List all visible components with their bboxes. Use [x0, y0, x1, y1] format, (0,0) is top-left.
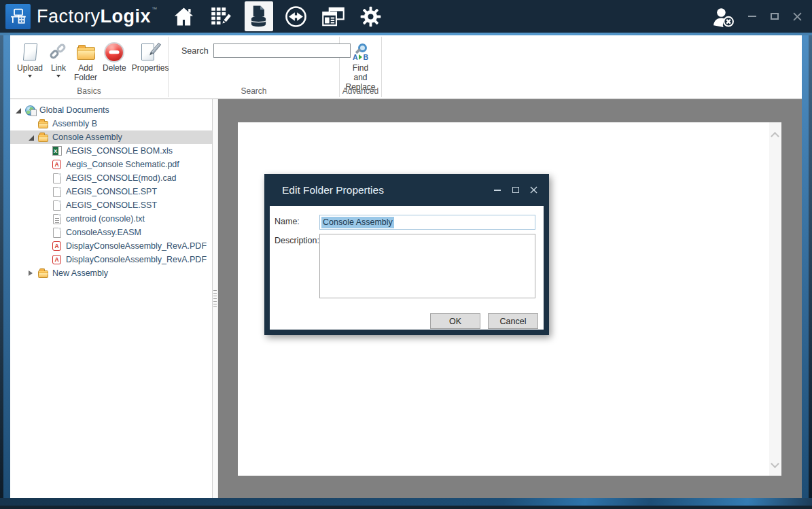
tree-item-file[interactable]: ConsoleAssy.EASM	[10, 226, 212, 239]
nav-planning-button[interactable]	[207, 0, 236, 33]
green-arrow-icon	[359, 54, 362, 60]
nav-production-button[interactable]	[282, 0, 311, 33]
description-field-label: Description:	[275, 236, 319, 245]
tree-item-label: Console Assembly	[52, 133, 122, 142]
add-folder-icon	[77, 47, 95, 60]
maximize-icon	[512, 187, 519, 193]
file-icon	[51, 173, 63, 184]
tree-item-label: Assembly B	[52, 119, 97, 128]
minimize-icon	[494, 190, 501, 191]
upload-button[interactable]: Upload	[14, 38, 46, 77]
tree-item-console-assembly[interactable]: Console Assembly	[10, 130, 212, 144]
search-label: Search	[181, 46, 209, 56]
expander-spacer	[40, 174, 48, 182]
dialog-maximize-button[interactable]	[511, 185, 520, 196]
documents-tree-panel: Global Documents Assembly B Console Asse…	[10, 99, 213, 498]
expander-spacer	[40, 242, 48, 250]
tree-item-file[interactable]: AEGIS_CONSOLE(mod).cad	[10, 171, 212, 185]
tree-item-global-documents[interactable]: Global Documents	[10, 103, 212, 117]
main-nav	[170, 0, 385, 33]
ok-button[interactable]: OK	[430, 313, 480, 329]
properties-button[interactable]: Properties	[129, 38, 172, 73]
scroll-up-icon[interactable]	[771, 132, 779, 141]
name-field-label: Name:	[275, 217, 300, 226]
add-folder-label: Add Folder	[74, 63, 97, 82]
collapse-expander-icon[interactable]	[27, 133, 35, 141]
expander-spacer	[40, 188, 48, 196]
tree-item-file[interactable]: centroid (console).txt	[10, 212, 212, 226]
file-icon	[51, 227, 63, 239]
brand-name: FactoryLogix™	[37, 6, 158, 27]
app-window: FactoryLogix™	[0, 0, 812, 509]
dialog-body: Name: Console Assembly Description: OK C…	[270, 206, 544, 330]
ribbon-group-basics: Upload Link Add Folder Delete	[10, 37, 169, 97]
folder-name-input[interactable]: Console Assembly	[319, 215, 535, 230]
folder-description-input[interactable]	[319, 234, 535, 298]
vertical-scrollbar[interactable]	[769, 122, 781, 476]
tree-item-file[interactable]: Aegis_Console Schematic.pdf	[10, 158, 212, 171]
nav-settings-button[interactable]	[357, 0, 385, 33]
search-input[interactable]	[213, 43, 351, 58]
brand-factory: Factory	[37, 6, 101, 27]
window-border-left	[0, 35, 10, 498]
tree-item-new-assembly[interactable]: New Assembly	[10, 266, 212, 280]
expander-spacer	[27, 120, 35, 128]
tree-item-file[interactable]: AEGIS_CONSOLE.SPT	[10, 185, 212, 198]
expander-spacer	[40, 147, 48, 155]
collapse-expander-icon[interactable]	[14, 106, 22, 114]
properties-label: Properties	[132, 63, 169, 73]
nav-home-button[interactable]	[170, 0, 198, 33]
minimize-button[interactable]	[747, 10, 758, 23]
expand-expander-icon[interactable]	[27, 269, 35, 277]
windows-icon	[322, 7, 345, 27]
folder-icon	[37, 132, 49, 143]
dialog-title: Edit Folder Properties	[282, 174, 384, 206]
expander-spacer	[40, 160, 48, 169]
tree-item-label: DisplayConsoleAssembly_RevA.PDF	[66, 255, 207, 264]
edit-folder-properties-dialog: Edit Folder Properties Name: Console Ass…	[264, 174, 549, 335]
home-icon	[173, 7, 194, 27]
maximize-button[interactable]	[769, 10, 780, 23]
expander-spacer	[40, 228, 48, 236]
circle-arrows-icon	[285, 5, 307, 28]
advanced-group-label: Advanced	[340, 86, 381, 96]
pdf-file-icon	[51, 254, 63, 266]
tree-item-label: AEGIS_CONSOLE.SST	[66, 200, 157, 210]
tree-item-assembly-b[interactable]: Assembly B	[10, 117, 212, 130]
tree-item-file[interactable]: AEGIS_CONSOLE BOM.xls	[10, 144, 212, 158]
delete-label: Delete	[103, 63, 126, 73]
tree-item-label: New Assembly	[52, 268, 108, 278]
gear-icon	[360, 6, 381, 27]
user-session-button[interactable]	[711, 10, 735, 23]
ribbon-group-search: Search Search	[169, 37, 340, 97]
delete-button[interactable]: Delete	[100, 38, 129, 73]
nav-documents-button[interactable]	[245, 1, 273, 31]
link-button[interactable]: Link	[46, 38, 71, 77]
tree-item-file[interactable]: AEGIS_CONSOLE.SST	[10, 198, 212, 212]
tree-item-file[interactable]: DisplayConsoleAssembly_RevA.PDF	[10, 239, 212, 253]
globe-icon	[24, 105, 36, 116]
expander-spacer	[40, 201, 48, 209]
dialog-minimize-button[interactable]	[493, 185, 501, 196]
scroll-down-icon[interactable]	[771, 459, 779, 468]
panel-splitter[interactable]	[213, 99, 218, 498]
find-replace-icon: AB	[353, 43, 368, 61]
folder-icon	[37, 118, 49, 130]
dialog-close-button[interactable]	[529, 185, 538, 196]
tree-item-label: AEGIS_CONSOLE BOM.xls	[66, 146, 173, 156]
cancel-button[interactable]: Cancel	[488, 313, 538, 329]
pdf-file-icon	[51, 159, 63, 171]
add-folder-button[interactable]: Add Folder	[71, 38, 100, 82]
search-group-label: Search	[169, 86, 339, 96]
text-file-icon	[51, 213, 63, 225]
file-icon	[51, 200, 63, 211]
properties-icon	[141, 43, 159, 61]
nav-reports-button[interactable]	[319, 0, 348, 33]
basics-group-label: Basics	[10, 86, 168, 96]
close-button[interactable]	[792, 10, 802, 23]
upload-dropdown-icon	[28, 75, 32, 77]
find-and-replace-button[interactable]: AB Find and Replace	[342, 38, 379, 92]
document-library-icon	[248, 5, 269, 28]
tree-item-file[interactable]: DisplayConsoleAssembly_RevA.PDF	[10, 253, 212, 266]
trademark-symbol: ™	[152, 6, 158, 12]
